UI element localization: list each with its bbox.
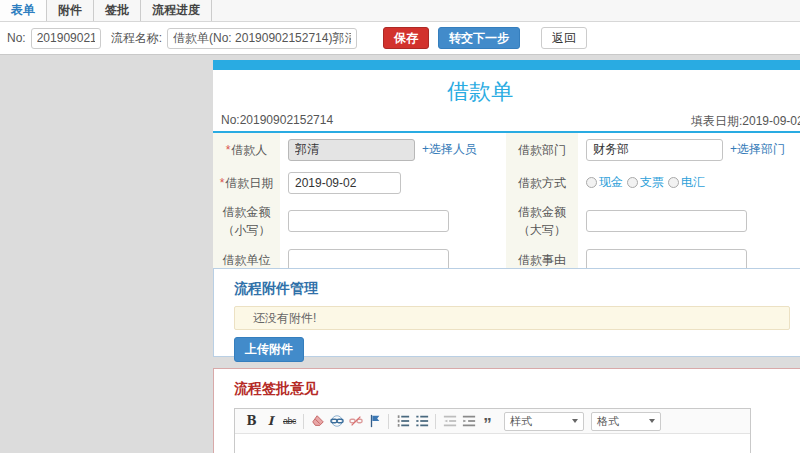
approval-section-title: 流程签批意见 (214, 369, 800, 398)
next-step-button[interactable]: 转交下一步 (438, 27, 520, 49)
attachments-section: 流程附件管理 还没有附件! 上传附件 (213, 268, 800, 357)
bullet-list-icon[interactable] (413, 413, 430, 430)
remove-format-icon[interactable] (309, 413, 326, 430)
field-amount-lower (280, 199, 506, 243)
toolbar-separator (435, 414, 436, 429)
tab-attachments[interactable]: 附件 (47, 0, 94, 21)
attachments-section-title: 流程附件管理 (214, 269, 800, 298)
borrower-input[interactable] (288, 139, 415, 161)
format-dropdown-label: 格式 (597, 414, 619, 429)
form-meta-row: No:20190902152714 填表日期:2019-09-02 15:27:… (213, 110, 800, 131)
style-dropdown-label: 样式 (510, 414, 532, 429)
radio-cash[interactable]: 现金 (586, 174, 623, 191)
approval-section: 流程签批意见 B I abc (213, 368, 800, 453)
tab-process-progress[interactable]: 流程进度 (141, 0, 212, 21)
anchor-icon[interactable] (366, 413, 383, 430)
radio-check[interactable]: 支票 (627, 174, 664, 191)
form-date-text: 填表日期:2019-09-02 15:27:1 (691, 113, 800, 130)
no-input[interactable] (31, 28, 101, 49)
toolbar-separator (388, 414, 389, 429)
field-department: +选择部门 (578, 133, 800, 166)
upload-attachment-button[interactable]: 上传附件 (234, 337, 304, 362)
outdent-icon[interactable] (441, 413, 458, 430)
accent-bar (213, 60, 800, 70)
tab-approval[interactable]: 签批 (94, 0, 141, 21)
field-method: 现金 支票 电汇 (578, 166, 800, 199)
numbered-list-icon[interactable] (394, 413, 411, 430)
loan-method-radio-group: 现金 支票 电汇 (586, 174, 709, 191)
editor-toolbar: B I abc (235, 409, 750, 434)
amount-lowercase-input[interactable] (288, 210, 449, 232)
field-loan-date (280, 166, 506, 199)
field-label-loan-date: *借款日期 (213, 166, 280, 199)
editor-content-area[interactable] (235, 434, 750, 453)
field-label-method: 借款方式 (506, 166, 578, 199)
chevron-down-icon (572, 419, 578, 423)
loan-date-input[interactable] (288, 172, 401, 194)
indent-icon[interactable] (460, 413, 477, 430)
process-name-input[interactable] (167, 28, 357, 49)
radio-wire[interactable]: 电汇 (668, 174, 705, 191)
top-header: 表单 附件 签批 流程进度 No: 流程名称: 保存 转交下一步 返回 (0, 0, 800, 55)
style-dropdown[interactable]: 样式 (504, 412, 584, 431)
bold-icon[interactable]: B (243, 413, 260, 430)
required-asterisk: * (220, 176, 225, 190)
blockquote-icon[interactable]: ” (479, 413, 496, 430)
rich-text-editor: B I abc (234, 408, 751, 453)
form-toolbar: No: 流程名称: 保存 转交下一步 返回 (0, 22, 800, 55)
select-department-link[interactable]: +选择部门 (730, 141, 785, 158)
tab-bar: 表单 附件 签批 流程进度 (0, 0, 800, 22)
field-label-department: 借款部门 (506, 133, 578, 166)
loan-form-card: 借款单 No:20190902152714 填表日期:2019-09-02 15… (213, 60, 800, 278)
page-title: 借款单 (213, 70, 747, 110)
field-label-borrower: *借款人 (213, 133, 280, 166)
field-amount-upper (578, 199, 800, 243)
department-input[interactable] (586, 139, 723, 161)
no-attachments-alert: 还没有附件! (234, 306, 790, 330)
radio-circle-icon[interactable] (668, 177, 679, 188)
loan-form-table: *借款人 +选择人员 借款部门 +选择部门 *借款日期 借款方式 现金 支票 电… (213, 133, 800, 276)
amount-uppercase-input[interactable] (586, 210, 747, 232)
tab-form[interactable]: 表单 (0, 0, 47, 21)
field-label-amount-upper: 借款金额（大写） (506, 199, 578, 243)
form-no-text: No:20190902152714 (221, 113, 333, 127)
strikethrough-icon[interactable]: abc (281, 413, 298, 430)
field-borrower: +选择人员 (280, 133, 506, 166)
format-dropdown[interactable]: 格式 (591, 412, 661, 431)
field-label-amount-lower: 借款金额（小写） (213, 199, 280, 243)
no-label: No: (7, 31, 26, 45)
chevron-down-icon (649, 419, 655, 423)
link-icon[interactable] (328, 413, 345, 430)
radio-circle-icon[interactable] (627, 177, 638, 188)
save-button[interactable]: 保存 (383, 27, 429, 49)
unlink-icon[interactable] (347, 413, 364, 430)
process-name-label: 流程名称: (111, 30, 162, 47)
select-person-link[interactable]: +选择人员 (422, 141, 477, 158)
radio-circle-icon[interactable] (586, 177, 597, 188)
toolbar-separator (303, 414, 304, 429)
required-asterisk: * (226, 143, 231, 157)
back-button[interactable]: 返回 (541, 27, 587, 49)
italic-icon[interactable]: I (262, 413, 279, 430)
